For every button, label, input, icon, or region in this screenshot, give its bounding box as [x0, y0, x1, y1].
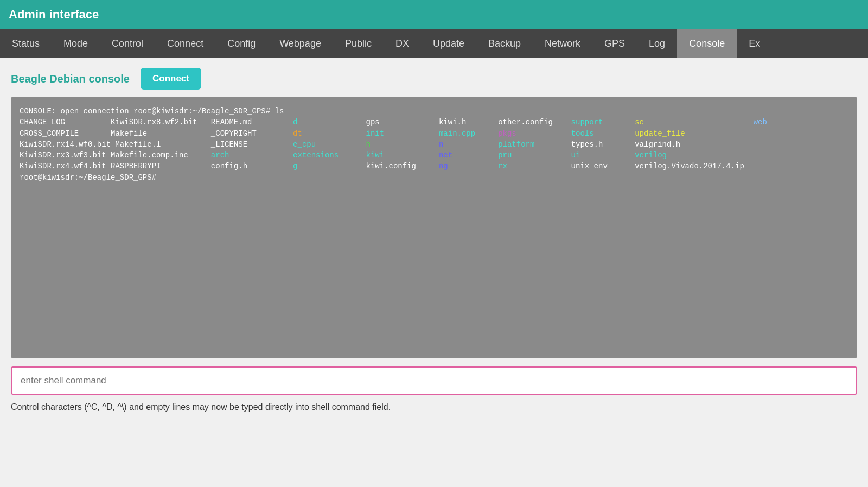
nav-item-public[interactable]: Public [333, 29, 384, 58]
nav-item-webpage[interactable]: Webpage [267, 29, 333, 58]
nav-item-dx[interactable]: DX [384, 29, 421, 58]
nav-item-mode[interactable]: Mode [52, 29, 100, 58]
nav-item-update[interactable]: Update [421, 29, 476, 58]
shell-command-input[interactable] [11, 366, 857, 395]
main-nav: StatusModeControlConnectConfigWebpagePub… [0, 29, 868, 58]
console-title: Beagle Debian console [11, 73, 130, 85]
nav-item-gps[interactable]: GPS [592, 29, 637, 58]
terminal-output: CONSOLE: open connection root@kiwisdr:~/… [11, 97, 857, 358]
connect-button[interactable]: Connect [141, 68, 201, 90]
help-text: Control characters (^C, ^D, ^\) and empt… [11, 402, 857, 412]
nav-item-log[interactable]: Log [637, 29, 677, 58]
app-header: Admin interface [0, 0, 868, 29]
nav-item-ex[interactable]: Ex [737, 29, 772, 58]
nav-item-network[interactable]: Network [533, 29, 592, 58]
app-title: Admin interface [9, 8, 99, 21]
nav-item-config[interactable]: Config [215, 29, 267, 58]
console-header-row: Beagle Debian console Connect [11, 68, 857, 90]
nav-item-backup[interactable]: Backup [476, 29, 533, 58]
nav-item-control[interactable]: Control [100, 29, 155, 58]
main-content: Beagle Debian console Connect CONSOLE: o… [0, 58, 868, 422]
nav-item-status[interactable]: Status [0, 29, 52, 58]
nav-item-console[interactable]: Console [677, 29, 737, 58]
nav-item-connect[interactable]: Connect [155, 29, 215, 58]
